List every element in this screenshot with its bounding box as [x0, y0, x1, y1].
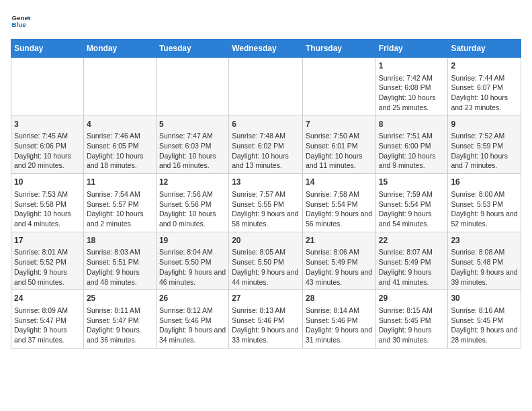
day-info: Sunset: 6:06 PM [14, 141, 81, 151]
day-info: Sunrise: 7:47 AM [159, 131, 226, 141]
day-info: Sunrise: 7:45 AM [14, 131, 81, 141]
day-info: Daylight: 9 hours and 50 minutes. [14, 267, 81, 287]
day-number: 26 [159, 293, 226, 304]
calendar-cell [229, 58, 303, 116]
calendar-cell: 20Sunrise: 8:05 AMSunset: 5:50 PMDayligh… [229, 232, 303, 290]
day-number: 11 [87, 177, 153, 188]
day-number: 29 [379, 293, 445, 304]
day-info: Sunrise: 8:01 AM [14, 247, 81, 257]
calendar-cell: 19Sunrise: 8:04 AMSunset: 5:50 PMDayligh… [156, 232, 228, 290]
day-info: Sunset: 5:57 PM [87, 199, 153, 210]
day-info: Sunset: 5:52 PM [14, 257, 81, 267]
day-info: Daylight: 10 hours and 4 minutes. [14, 209, 81, 228]
calendar-cell: 9Sunrise: 7:52 AMSunset: 5:59 PMDaylight… [448, 116, 521, 174]
day-number: 17 [14, 235, 81, 246]
day-info: Sunset: 5:54 PM [379, 199, 445, 210]
day-number: 6 [232, 119, 300, 130]
day-info: Sunset: 5:49 PM [379, 257, 445, 267]
day-info: Sunrise: 7:59 AM [379, 189, 445, 199]
svg-text:Blue: Blue [12, 21, 27, 28]
day-info: Sunset: 5:50 PM [232, 257, 300, 267]
day-info: Daylight: 10 hours and 2 minutes. [87, 209, 153, 228]
day-info: Daylight: 9 hours and 31 minutes. [306, 325, 373, 345]
day-info: Daylight: 9 hours and 46 minutes. [159, 267, 226, 287]
day-info: Sunset: 6:00 PM [379, 141, 445, 151]
logo: General Blue [11, 11, 34, 31]
day-info: Daylight: 10 hours and 25 minutes. [379, 93, 445, 112]
calendar-cell: 5Sunrise: 7:47 AMSunset: 6:03 PMDaylight… [156, 116, 228, 174]
day-info: Sunrise: 7:56 AM [159, 189, 226, 199]
day-info: Sunrise: 8:04 AM [159, 247, 226, 257]
day-info: Sunset: 6:03 PM [159, 141, 226, 151]
day-info: Sunset: 5:50 PM [159, 257, 226, 267]
day-info: Daylight: 9 hours and 33 minutes. [232, 325, 300, 345]
day-info: Sunrise: 8:13 AM [232, 306, 300, 316]
day-number: 27 [232, 293, 300, 304]
day-info: Sunset: 6:07 PM [451, 83, 518, 93]
calendar-cell: 26Sunrise: 8:12 AMSunset: 5:46 PMDayligh… [156, 290, 228, 349]
day-info: Daylight: 10 hours and 18 minutes. [87, 151, 153, 171]
day-number: 10 [14, 177, 81, 188]
day-info: Daylight: 10 hours and 7 minutes. [451, 151, 518, 171]
day-info: Daylight: 10 hours and 13 minutes. [232, 151, 300, 171]
day-number: 13 [232, 177, 300, 188]
day-info: Daylight: 9 hours and 56 minutes. [306, 209, 373, 228]
calendar-cell: 30Sunrise: 8:16 AMSunset: 5:45 PMDayligh… [448, 290, 521, 349]
day-info: Sunrise: 8:12 AM [159, 306, 226, 316]
calendar-cell: 13Sunrise: 7:57 AMSunset: 5:55 PMDayligh… [229, 174, 303, 232]
day-info: Sunset: 6:05 PM [87, 141, 153, 151]
calendar-cell: 11Sunrise: 7:54 AMSunset: 5:57 PMDayligh… [83, 174, 156, 232]
day-info: Sunset: 5:59 PM [451, 141, 518, 151]
day-info: Daylight: 10 hours and 20 minutes. [14, 151, 81, 171]
day-info: Daylight: 9 hours and 28 minutes. [451, 325, 518, 345]
col-header-monday: Monday [83, 40, 156, 58]
day-number: 5 [159, 119, 226, 130]
day-number: 16 [451, 177, 518, 188]
day-info: Sunset: 5:55 PM [232, 199, 300, 210]
logo-icon: General Blue [11, 11, 31, 31]
day-info: Sunset: 5:46 PM [232, 316, 300, 326]
day-number: 8 [379, 119, 445, 130]
col-header-saturday: Saturday [448, 40, 521, 58]
day-info: Sunrise: 7:54 AM [87, 189, 153, 199]
day-info: Sunrise: 8:15 AM [379, 306, 445, 316]
day-info: Sunset: 5:49 PM [306, 257, 373, 267]
col-header-tuesday: Tuesday [156, 40, 228, 58]
day-info: Sunset: 6:01 PM [306, 141, 373, 151]
day-info: Sunrise: 7:52 AM [451, 131, 518, 141]
day-info: Sunrise: 8:03 AM [87, 247, 153, 257]
calendar-cell: 7Sunrise: 7:50 AMSunset: 6:01 PMDaylight… [302, 116, 375, 174]
calendar-cell: 3Sunrise: 7:45 AMSunset: 6:06 PMDaylight… [11, 116, 84, 174]
day-info: Sunset: 5:56 PM [159, 199, 226, 210]
calendar-cell: 4Sunrise: 7:46 AMSunset: 6:05 PMDaylight… [83, 116, 156, 174]
calendar-cell: 23Sunrise: 8:08 AMSunset: 5:48 PMDayligh… [448, 232, 521, 290]
day-number: 2 [451, 60, 518, 72]
day-info: Sunrise: 8:08 AM [451, 247, 518, 257]
day-number: 9 [451, 119, 518, 130]
day-number: 21 [306, 235, 373, 246]
day-info: Sunset: 5:47 PM [87, 316, 153, 326]
day-info: Daylight: 9 hours and 48 minutes. [87, 267, 153, 287]
calendar-cell [11, 58, 84, 116]
calendar-cell: 12Sunrise: 7:56 AMSunset: 5:56 PMDayligh… [156, 174, 228, 232]
calendar-cell: 29Sunrise: 8:15 AMSunset: 5:45 PMDayligh… [375, 290, 448, 349]
day-number: 7 [306, 119, 373, 130]
day-number: 14 [306, 177, 373, 188]
day-number: 4 [87, 119, 153, 130]
calendar-cell: 25Sunrise: 8:11 AMSunset: 5:47 PMDayligh… [83, 290, 156, 349]
calendar-cell [156, 58, 228, 116]
day-info: Daylight: 10 hours and 16 minutes. [159, 151, 226, 171]
day-info: Sunset: 5:51 PM [87, 257, 153, 267]
day-info: Daylight: 9 hours and 58 minutes. [232, 209, 300, 228]
day-info: Sunrise: 7:57 AM [232, 189, 300, 199]
day-info: Sunset: 5:45 PM [451, 316, 518, 326]
day-info: Sunrise: 8:06 AM [306, 247, 373, 257]
day-info: Sunrise: 8:05 AM [232, 247, 300, 257]
day-number: 30 [451, 293, 518, 304]
day-number: 1 [379, 60, 445, 72]
day-info: Daylight: 10 hours and 9 minutes. [379, 151, 445, 171]
day-number: 22 [379, 235, 445, 246]
day-info: Sunrise: 7:53 AM [14, 189, 81, 199]
day-number: 25 [87, 293, 153, 304]
calendar-cell: 21Sunrise: 8:06 AMSunset: 5:49 PMDayligh… [302, 232, 375, 290]
